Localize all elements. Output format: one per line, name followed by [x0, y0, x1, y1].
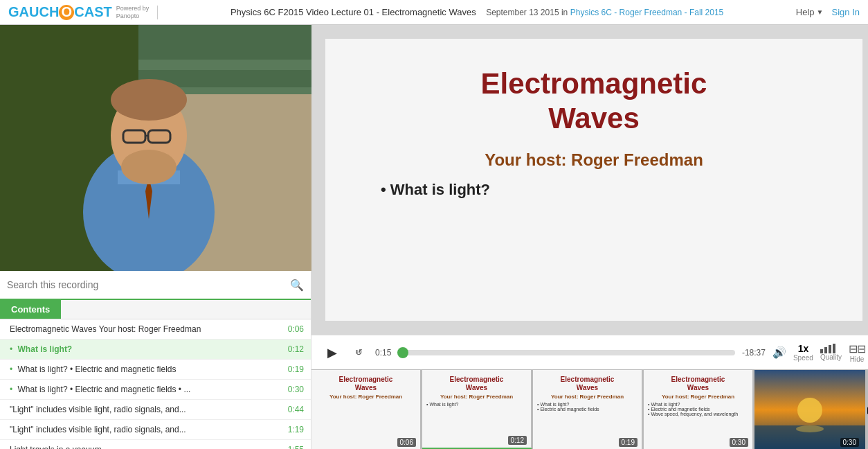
slide-bullet: What is light?	[339, 181, 849, 199]
nav-divider	[157, 6, 158, 19]
svg-point-32	[797, 398, 822, 423]
logo-text: GAUCHOCAST	[8, 4, 112, 20]
top-navigation: GAUCHOCAST Powered by Panopto Physics 6C…	[0, 0, 868, 25]
help-button[interactable]: Help ▼	[796, 7, 824, 17]
logo: GAUCHOCAST Powered by Panopto	[8, 4, 149, 20]
thumbnail-photo[interactable]: 0:30	[754, 370, 865, 449]
video-player[interactable]	[0, 25, 311, 271]
list-item[interactable]: "Light" includes visible light, radio si…	[0, 420, 311, 440]
play-button[interactable]: ▶	[323, 343, 342, 362]
volume-button[interactable]: 🔊	[772, 346, 786, 359]
thumbnail-item[interactable]: ElectromagneticWaves Your host: Roger Fr…	[533, 370, 644, 449]
slide-content: ElectromagneticWaves Your host: Roger Fr…	[325, 39, 862, 321]
thumbnail-photo-time: 0:30	[840, 438, 859, 447]
list-item[interactable]: Electromagnetic Waves Your host: Roger F…	[0, 319, 311, 340]
lecture-title: Physics 6C F2015 Video Lecture 01 - Elec…	[166, 7, 788, 17]
progress-bar[interactable]	[398, 350, 735, 355]
list-item[interactable]: • What is light? • Electric and magnetic…	[0, 380, 311, 400]
contents-tabs: Contents	[0, 300, 311, 319]
video-frame	[0, 25, 311, 271]
hide-button[interactable]: ⊟⊟ Hide	[849, 342, 865, 363]
thumbnail-item[interactable]: ElectromagneticWaves Your host: Roger Fr…	[422, 370, 533, 449]
left-panel: 🔍 Contents Electromagnetic Waves Your ho…	[0, 25, 311, 449]
thumbnail-photo-image	[754, 370, 865, 449]
progress-thumb[interactable]	[397, 347, 408, 358]
quality-bar-2	[824, 347, 827, 353]
svg-point-30	[121, 150, 177, 184]
thumbnails-row: ElectromagneticWaves Your host: Roger Fr…	[311, 369, 868, 449]
course-link[interactable]: Physics 6C - Roger Freedman - Fall 2015	[570, 8, 723, 17]
list-item[interactable]: Light travels in a vacuum 1:55	[0, 440, 311, 449]
contents-list: Electromagnetic Waves Your host: Roger F…	[0, 319, 311, 449]
list-item[interactable]: • What is light? 0:12	[0, 340, 311, 360]
svg-point-24	[111, 79, 187, 121]
svg-point-34	[796, 425, 824, 432]
search-bar: 🔍	[0, 271, 311, 300]
rewind-button[interactable]: ↺10	[349, 343, 368, 362]
thumbnail-scroll[interactable]: ▶	[865, 370, 868, 449]
thumbnail-item[interactable]: ElectromagneticWaves Your host: Roger Fr…	[311, 370, 422, 449]
main-layout: 🔍 Contents Electromagnetic Waves Your ho…	[0, 25, 868, 449]
right-panel: ElectromagneticWaves Your host: Roger Fr…	[311, 25, 868, 449]
time-remaining: -18:37	[742, 348, 766, 358]
nav-actions: Help ▼ Sign In	[796, 7, 860, 17]
search-input[interactable]	[7, 279, 290, 290]
thumbnail-item[interactable]: ElectromagneticWaves Your host: Roger Fr…	[644, 370, 754, 449]
slide-title: ElectromagneticWaves	[481, 67, 707, 137]
slide-area: ElectromagneticWaves Your host: Roger Fr…	[311, 25, 868, 335]
list-item[interactable]: • What is light? • Electric and magnetic…	[0, 360, 311, 380]
quality-bar-3	[829, 345, 831, 353]
video-background	[0, 25, 311, 271]
sign-in-button[interactable]: Sign In	[832, 7, 860, 17]
slide-subtitle: Your host: Roger Freedman	[485, 150, 703, 170]
player-controls: ▶ ↺10 0:15 -18:37 🔊 1x Speed	[311, 335, 868, 369]
speed-control[interactable]: 1x Speed	[793, 343, 813, 362]
quality-bar-4	[833, 344, 835, 353]
tab-contents[interactable]: Contents	[0, 300, 61, 319]
list-item[interactable]: "Light" includes visible light, radio si…	[0, 400, 311, 420]
quality-control[interactable]: Quality	[820, 344, 842, 361]
search-icon[interactable]: 🔍	[290, 279, 304, 292]
powered-by: Powered by Panopto	[116, 5, 150, 20]
time-current: 0:15	[375, 348, 391, 358]
